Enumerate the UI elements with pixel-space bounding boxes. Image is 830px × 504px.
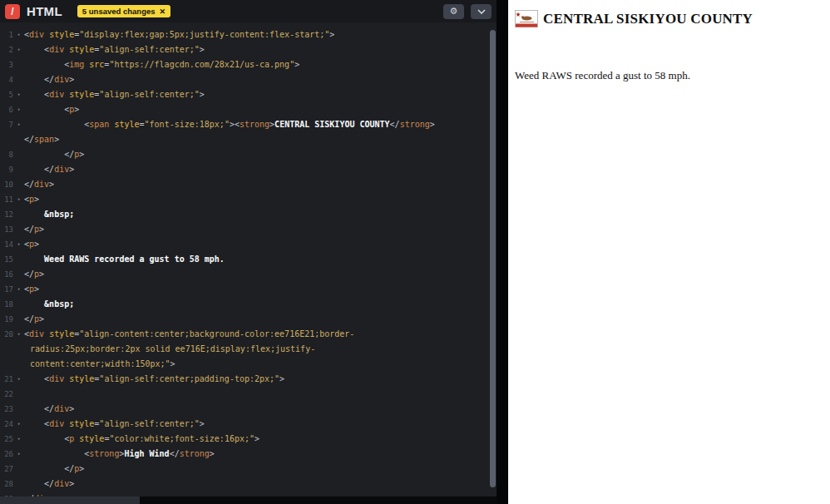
fold-spacer (13, 477, 24, 492)
code-line[interactable]: 1▾<div style="display:flex;gap:5px;justi… (0, 27, 497, 42)
code-line[interactable]: 2▾ <div style="align-self:center;"> (0, 42, 497, 57)
fold-toggle-icon[interactable]: ▾ (13, 87, 24, 102)
fold-toggle-icon[interactable]: ▾ (13, 192, 24, 207)
code-line[interactable]: 18 &nbsp; (0, 297, 497, 312)
fold-toggle-icon[interactable]: ▾ (13, 27, 24, 42)
code-text: <strong>High Wind</strong> (24, 447, 215, 462)
code-line[interactable]: 10</div> (0, 177, 497, 192)
line-number: 8 (0, 147, 13, 162)
code-text: </div> (24, 477, 74, 492)
code-line[interactable]: 27 </p> (0, 462, 497, 477)
line-number (0, 132, 13, 147)
code-text: &nbsp; (24, 297, 74, 312)
code-line[interactable]: 24▾ <div style="align-self:center;"> (0, 417, 497, 432)
code-line[interactable]: 8 </p> (0, 147, 497, 162)
code-line[interactable]: 26▾ <strong>High Wind</strong> (0, 447, 497, 462)
fold-toggle-icon[interactable]: ▾ (13, 102, 24, 117)
code-lines[interactable]: 1▾<div style="display:flex;gap:5px;justi… (0, 22, 497, 504)
code-line[interactable]: 15 Weed RAWS recorded a gust to 58 mph. (0, 252, 497, 267)
code-text: <div style="align-self:center;padding-to… (24, 372, 284, 387)
fold-spacer (13, 252, 24, 267)
fold-toggle-icon[interactable]: ▾ (13, 282, 24, 297)
code-text: </p> (24, 312, 44, 327)
panel-title: HTML (27, 4, 62, 18)
fold-spacer (13, 57, 24, 72)
line-number: 24 (0, 417, 13, 432)
fold-toggle-icon[interactable]: ▾ (13, 372, 24, 387)
fold-spacer (13, 222, 24, 237)
code-text: <p> (24, 237, 39, 252)
fold-toggle-icon[interactable]: ▾ (13, 447, 24, 462)
code-line[interactable]: 11▾<p> (0, 192, 497, 207)
california-flag-image (515, 10, 538, 27)
code-line[interactable]: 6▾ <p> (0, 102, 497, 117)
fold-spacer (13, 162, 24, 177)
code-line[interactable]: 9 </div> (0, 162, 497, 177)
code-line[interactable]: content:center;width:150px;"> (0, 357, 497, 372)
line-number: 28 (0, 477, 13, 492)
code-line[interactable]: 25▾ <p style="color:white;font-size:16px… (0, 432, 497, 447)
code-line[interactable]: 28 </div> (0, 477, 497, 492)
fold-toggle-icon[interactable]: ▾ (13, 327, 24, 342)
line-number: 25 (0, 432, 13, 447)
fold-toggle-icon[interactable]: ▾ (13, 417, 24, 432)
unsaved-changes-badge[interactable]: 5 unsaved changes ✕ (77, 5, 170, 17)
line-number: 2 (0, 42, 13, 57)
code-line[interactable]: </span> (0, 132, 497, 147)
code-text: <span style="font-size:18px;"><strong>CE… (24, 117, 435, 132)
code-text: <p style="color:white;font-size:16px;"> (24, 432, 259, 447)
code-line[interactable]: 20▾<div style="align-content:center;back… (0, 327, 497, 342)
line-number: 9 (0, 162, 13, 177)
code-line[interactable]: 21▾ <div style="align-self:center;paddin… (0, 372, 497, 387)
line-number: 26 (0, 447, 13, 462)
code-line[interactable]: 5▾ <div style="align-self:center;"> (0, 87, 497, 102)
code-text: </div> (24, 177, 54, 192)
line-number: 11 (0, 192, 13, 207)
settings-button[interactable]: ⚙ (443, 4, 464, 19)
code-text: </div> (24, 402, 74, 417)
horizontal-scrollbar-thumb[interactable] (0, 497, 140, 504)
code-text: &nbsp; (24, 207, 74, 222)
result-pane: CENTRAL SISKIYOU COUNTY Weed RAWS record… (508, 0, 830, 504)
code-line[interactable]: 23 </div> (0, 402, 497, 417)
code-line[interactable]: 7▾ <span style="font-size:18px;"><strong… (0, 117, 497, 132)
code-line[interactable]: 12 &nbsp; (0, 207, 497, 222)
code-text: <div style="align-content:center;backgro… (24, 327, 354, 342)
collapse-panel-button[interactable] (471, 4, 492, 19)
code-line[interactable]: radius:25px;border:2px solid ee716E;disp… (0, 342, 497, 357)
code-text: content:center;width:150px;"> (24, 357, 175, 372)
code-text: </div> (24, 72, 74, 87)
code-line[interactable]: 19</p> (0, 312, 497, 327)
html-editor-pane: / HTML 5 unsaved changes ✕ ⚙ 1▾<div styl… (0, 0, 497, 504)
code-text: Weed RAWS recorded a gust to 58 mph. (24, 252, 225, 267)
line-number: 23 (0, 402, 13, 417)
fold-toggle-icon[interactable]: ▾ (13, 237, 24, 252)
code-line[interactable]: 4 </div> (0, 72, 497, 87)
fold-toggle-icon[interactable]: ▾ (13, 42, 24, 57)
editor-logo-icon: / (5, 4, 20, 19)
close-icon[interactable]: ✕ (160, 7, 166, 16)
line-number: 1 (0, 27, 13, 42)
horizontal-scrollbar[interactable] (0, 497, 497, 504)
fold-toggle-icon[interactable]: ▾ (13, 432, 24, 447)
code-line[interactable]: 17▾<p> (0, 282, 497, 297)
fold-spacer (13, 342, 24, 357)
code-text: </div> (24, 162, 74, 177)
pane-divider[interactable] (497, 0, 508, 504)
code-text: <div style="display:flex;gap:5px;justify… (24, 27, 334, 42)
line-number (0, 342, 13, 357)
fold-spacer (13, 147, 24, 162)
fold-spacer (13, 402, 24, 417)
code-line[interactable]: 14▾<p> (0, 237, 497, 252)
code-line[interactable]: 16</p> (0, 267, 497, 282)
vertical-scrollbar-thumb[interactable] (490, 30, 496, 487)
preview-title-row: CENTRAL SISKIYOU COUNTY (515, 10, 823, 27)
code-text: </p> (24, 462, 84, 477)
code-line[interactable]: 13</p> (0, 222, 497, 237)
chevron-down-icon (477, 9, 486, 14)
fold-toggle-icon[interactable]: ▾ (13, 117, 24, 132)
code-line[interactable]: 22 (0, 387, 497, 402)
code-line[interactable]: 3 <img src="https://flagcdn.com/28x21/us… (0, 57, 497, 72)
line-number: 21 (0, 372, 13, 387)
line-number: 22 (0, 387, 13, 402)
